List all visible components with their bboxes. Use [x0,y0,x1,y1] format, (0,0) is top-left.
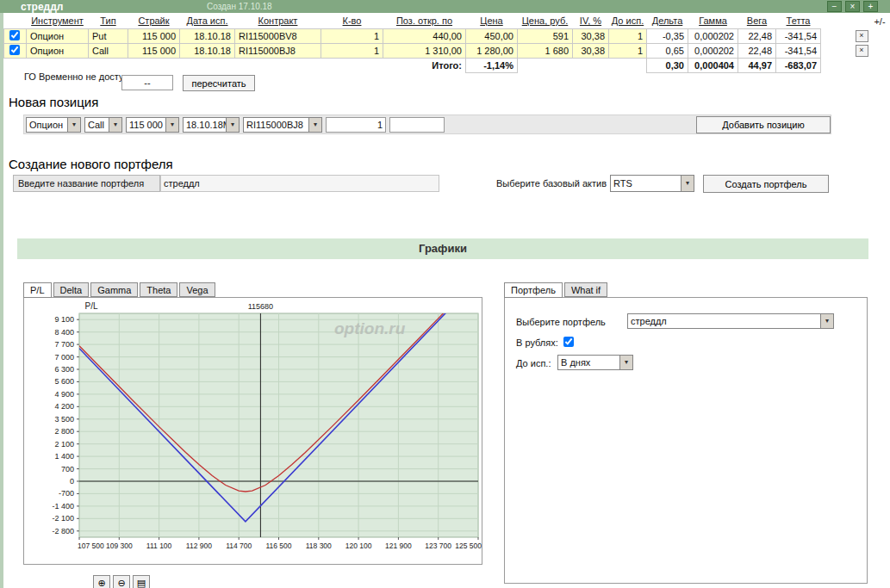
totals-theta: -683,07 [776,58,821,72]
position-enabled-checkbox[interactable] [9,45,20,55]
chevron-down-icon: ▾ [67,118,80,132]
theta-column-header[interactable]: Тетта [776,14,821,28]
svg-text:-700: -700 [59,489,74,498]
delete-position-button[interactable]: × [856,45,868,57]
chevron-down-icon: ▾ [681,176,694,191]
zoom-out-button[interactable]: ⊖ [113,575,130,588]
row-checkbox-cell [4,28,27,43]
recalculate-button[interactable]: пересчитать [183,75,255,91]
base-asset-value: RTS [611,176,681,191]
tab-pl[interactable]: P/L [23,282,52,298]
right-tabs: Портфель What if [504,282,607,298]
delta-column-header[interactable]: Дельта [647,14,688,28]
totals-spacer [4,58,383,72]
portfolio-select[interactable]: стреддл▾ [627,313,834,329]
tab-portfolio[interactable]: Портфель [504,282,563,298]
instrument-select[interactable]: Опцион▾ [26,117,81,133]
strike-column-header[interactable]: Страйк [128,14,180,28]
svg-text:123 700: 123 700 [425,542,451,550]
print-button[interactable]: ▤ [133,575,150,588]
svg-text:7 000: 7 000 [54,353,74,362]
svg-text:-2 800: -2 800 [52,527,74,535]
cell-expiry: 18.10.18 [180,28,235,43]
option-ru-portfolio-page: { "titlebar": { "title": "стреддл", "cre… [0,0,890,588]
rubles-checkbox[interactable] [563,337,574,347]
tab-delta[interactable]: Delta [53,282,90,297]
price-column-header[interactable]: Цена [466,14,518,28]
delete-cell: × [852,43,869,58]
chevron-down-icon: ▾ [109,118,121,132]
zoom-in-button[interactable]: ⊕ [93,575,110,588]
tab-theta[interactable]: Theta [140,282,177,297]
cell-qty: 1 [321,28,383,43]
expiry-column-header[interactable]: Дата исп. [180,14,235,28]
svg-text:121 900: 121 900 [385,542,412,550]
window-titlebar: стреддл Создан 17.10.18 − × + [0,0,890,13]
cell-days: 1 [609,28,647,43]
svg-text:120 100: 120 100 [345,542,372,550]
expiry-select[interactable]: 18.10.18M▾ [183,117,240,133]
add-row-button[interactable]: + [863,1,878,12]
open-at-column-header[interactable]: Поз. откр. по [383,14,466,28]
svg-text:118 300: 118 300 [306,542,332,550]
go-label: ГО Временно не доступно [24,72,121,82]
created-date: Создан 17.10.18 [207,2,272,11]
delete-position-button[interactable]: × [856,30,868,42]
svg-text:-2 100: -2 100 [52,514,74,523]
svg-text:1 400: 1 400 [54,452,74,461]
zoom-out-icon: ⊖ [117,578,125,588]
strike-select[interactable]: 115 000▾ [126,117,179,133]
cell-gamma: 0,000202 [688,43,738,58]
instrument-column-header[interactable]: Инструмент [27,14,89,28]
vega-column-header[interactable]: Вега [738,14,776,28]
portfolio-panel [504,297,868,584]
go-value-field[interactable]: -- [121,75,173,90]
svg-text:6 300: 6 300 [54,365,74,374]
portfolio-name-input[interactable]: стреддл [160,175,439,192]
qty-input[interactable]: 1 [326,117,386,133]
svg-text:5 600: 5 600 [54,377,74,386]
cell-open-at: 1 310,00 [383,43,466,58]
new-position-heading: Новая позиция [9,95,98,109]
totals-pct: -1,14% [466,58,518,72]
contract-select[interactable]: RI115000BJ8▾ [243,117,322,133]
iv-column-header[interactable]: IV, % [573,14,609,28]
days-select[interactable]: В днях▾ [557,355,633,370]
svg-text:109 300: 109 300 [106,542,133,550]
delete-column-header [852,14,869,28]
chart-panel: option.ru115680P/L9 1008 4007 7007 0006 … [23,297,482,565]
tab-vega[interactable]: Vega [179,282,215,297]
totals-end [821,58,890,72]
portfolio-name-label: Введите название портфеля [13,175,160,192]
price-rub-column-header[interactable]: Цена, руб. [518,14,573,28]
rubles-label: В рублях: [516,337,558,348]
close-button[interactable]: × [845,1,860,12]
instrument-select-value: Опцион [27,118,67,132]
tab-what-if[interactable]: What if [564,282,607,297]
cell-strike: 115 000 [128,43,180,58]
totals-label: Итого: [383,58,466,72]
delete-icon: × [859,46,863,54]
minimize-icon: − [832,2,837,11]
type-select[interactable]: Call▾ [84,117,122,133]
cell-type: Call [89,43,128,58]
svg-text:9 100: 9 100 [54,315,74,324]
cell-price: 1 280,00 [466,43,518,58]
create-portfolio-button[interactable]: Создать портфель [703,175,829,193]
type-column-header[interactable]: Тип [89,14,128,28]
base-asset-select[interactable]: RTS▾ [610,175,694,192]
open-price-input[interactable] [389,117,445,133]
position-enabled-checkbox[interactable] [9,30,20,40]
qty-column-header[interactable]: К-во [321,14,383,28]
contract-column-header[interactable]: Контракт [235,14,321,28]
cell-vega: 22,48 [738,43,776,58]
gamma-column-header[interactable]: Гамма [688,14,738,28]
days-label: До исп.: [516,358,551,368]
minimize-button[interactable]: − [827,1,842,12]
days-column-header[interactable]: До исп. [609,14,647,28]
totals-gamma: 0,000404 [688,58,738,72]
tab-gamma[interactable]: Gamma [90,282,138,297]
chevron-down-icon: ▾ [308,118,321,132]
type-select-value: Call [85,118,109,132]
add-position-button[interactable]: Добавить позицию [696,116,831,133]
